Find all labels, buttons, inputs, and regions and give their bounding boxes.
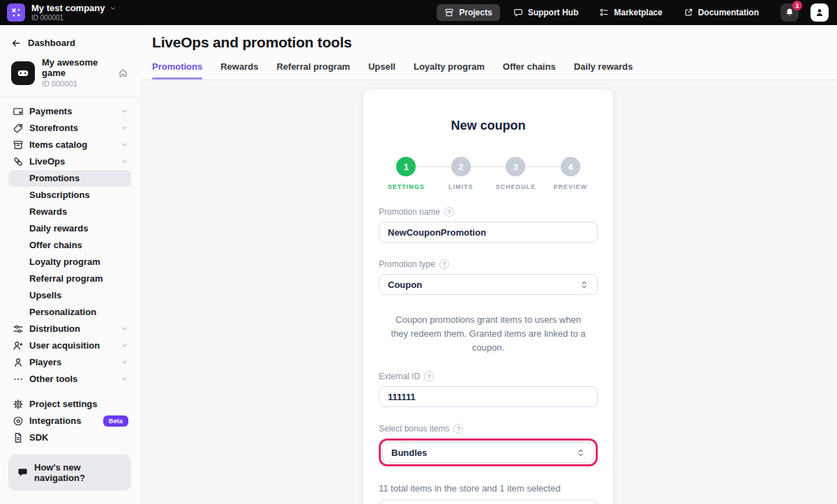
promotion-type-label: Promotion type [379,259,435,269]
step-circle: 4 [561,157,580,176]
sidebar-item-label: Payments [29,106,72,116]
projects-icon [444,8,454,17]
box-icon [13,139,24,151]
step-label: SCHEDULE [495,183,536,190]
sidebar-item-sdk[interactable]: SDK [0,429,140,446]
sidebar-divider [0,97,140,98]
sidebar-item-user-acquisition[interactable]: User acquisition [0,337,140,354]
help-icon[interactable]: ? [453,424,463,434]
sidebar-item-other-tools[interactable]: Other tools [0,371,140,388]
step-label: LIMITS [448,183,474,190]
notifications-button[interactable]: 1 [781,3,799,22]
company-switcher[interactable]: My test company ID 000001 [7,3,116,22]
tab-daily-rewards[interactable]: Daily rewards [574,61,633,79]
sidebar-item-daily-rewards[interactable]: Daily rewards [8,220,131,237]
sidebar-menu: Payments Storefronts Items catalog LiveO… [0,103,140,491]
sliders-icon [13,323,24,335]
back-to-dashboard[interactable]: Dashboard [0,29,140,55]
sidebar-item-upsells[interactable]: Upsells [8,287,131,304]
sidebar-item-promotions[interactable]: Promotions [8,170,131,187]
chat-icon [513,8,523,17]
xsolla-logo-icon [10,6,22,19]
main: LiveOps and promotion tools PromotionsRe… [140,25,837,504]
step-schedule[interactable]: 3 SCHEDULE [488,157,543,190]
profile-button[interactable] [810,3,829,22]
main-header: LiveOps and promotion tools PromotionsRe… [140,25,837,80]
tab-rewards[interactable]: Rewards [220,61,258,79]
sidebar-item-offer-chains[interactable]: Offer chains [8,237,131,254]
sidebar-item-rewards[interactable]: Rewards [8,204,131,220]
step-limits[interactable]: 2 LIMITS [434,157,489,190]
sidebar-item-label: LiveOps [29,156,65,167]
hows-new-navigation-button[interactable]: How's new navigation? [8,455,131,491]
help-icon[interactable]: ? [439,259,449,269]
tab-label: Upsell [368,61,395,72]
sidebar-item-liveops[interactable]: LiveOps [0,153,140,170]
topnav-item-marketplace[interactable]: Marketplace [591,4,670,21]
sidebar-item-label: Rewards [29,206,67,217]
sidebar-item-storefronts[interactable]: Storefronts [0,120,140,137]
company-logo [7,3,25,22]
menu-gap [0,388,140,396]
bonus-items-select[interactable]: Bundles [382,442,594,463]
step-circle: 1 [396,157,416,176]
tab-promotions[interactable]: Promotions [152,61,202,79]
sidebar-item-integrations[interactable]: Integrations Beta [0,413,140,429]
external-id-input[interactable] [379,386,598,407]
step-settings[interactable]: 1 SETTINGS [379,157,434,190]
tab-label: Promotions [152,61,202,72]
page-title: LiveOps and promotion tools [152,34,837,51]
bonus-items-field: Select bonus items ? Bundles [379,424,598,466]
tab-label: Offer chains [503,61,556,72]
topnav-item-projects[interactable]: Projects [437,4,499,21]
help-icon[interactable]: ? [444,207,454,217]
dots-icon [13,374,24,385]
project-logo [11,61,35,85]
sidebar-item-distribution[interactable]: Distribution [0,321,140,337]
sidebar-item-payments[interactable]: Payments [0,103,140,120]
tab-upsell[interactable]: Upsell [368,61,395,79]
step-preview[interactable]: 4 PREVIEW [543,157,598,190]
sidebar-item-subscriptions[interactable]: Subscriptions [8,187,131,204]
home-icon[interactable] [118,68,128,78]
sidebar-item-project-settings[interactable]: Project settings [0,396,140,413]
promotion-name-label: Promotion name [379,207,440,217]
promotion-name-input[interactable] [379,222,598,243]
sidebar-item-label: Upsells [29,290,61,300]
sidebar-item-loyalty-program[interactable]: Loyalty program [8,254,131,270]
topnav-item-support-hub[interactable]: Support Hub [506,4,587,21]
help-icon[interactable]: ? [424,372,434,381]
sidebar-item-label: Loyalty program [29,257,100,267]
sidebar-item-referral-program[interactable]: Referral program [8,270,131,287]
sidebar-item-label: Players [29,357,61,367]
company-id: ID 000001 [31,15,116,22]
sidebar-item-players[interactable]: Players [0,354,140,371]
tab-label: Referral program [276,61,349,72]
tab-label: Loyalty program [414,61,485,72]
bonus-items-value: Bundles [391,448,576,458]
project-switcher[interactable]: My awesome game ID 000001 [0,55,140,97]
sidebar-item-label: Promotions [29,173,80,183]
beta-badge: Beta [103,415,128,427]
integrations-icon [13,415,24,427]
promotion-type-field: Promotion type ? Coupon [379,259,598,295]
topnav-item-label: Marketplace [614,8,662,17]
bell-icon [785,8,794,17]
chevron-down-icon [121,358,128,366]
person-icon [815,8,824,17]
tab-referral-program[interactable]: Referral program [276,61,349,79]
topbar: My test company ID 000001 Projects Suppo… [0,0,837,25]
items-summary: 11 total items in the store and 1 item s… [379,483,598,494]
tab-label: Daily rewards [574,61,633,72]
promotion-type-select[interactable]: Coupon [379,274,598,295]
topnav-item-documentation[interactable]: Documentation [676,4,767,21]
sidebar-item-items-catalog[interactable]: Items catalog [0,137,140,153]
tab-loyalty-program[interactable]: Loyalty program [414,61,485,79]
chevron-down-icon [121,375,128,383]
topnav: Projects Support Hub Marketplace Documen… [437,3,829,22]
step-label: SETTINGS [388,183,425,190]
sidebar-item-personalization[interactable]: Personalization [8,304,131,321]
topnav-item-label: Support Hub [528,8,579,17]
gamepad-icon [16,66,30,80]
tab-offer-chains[interactable]: Offer chains [503,61,556,79]
